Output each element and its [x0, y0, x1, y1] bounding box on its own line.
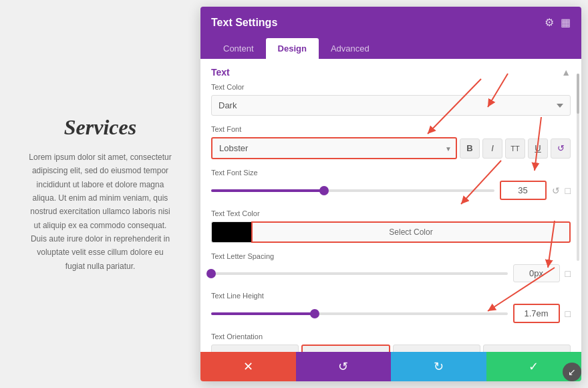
letter-spacing-input[interactable] [513, 264, 560, 282]
text-orientation-label: Text Orientation [211, 332, 571, 341]
settings-gear-icon[interactable]: ⚙ [545, 16, 554, 29]
font-size-track[interactable] [211, 189, 494, 192]
text-text-color-row: Text Text Color Select Color [211, 209, 571, 243]
services-title: Services [64, 115, 136, 140]
orientation-controls: ≡ ≡ ≡ ≡ [211, 345, 571, 352]
color-swatch[interactable] [211, 221, 251, 243]
line-height-fill [211, 312, 315, 315]
settings-title: Text Settings [211, 17, 277, 29]
orient-right-button[interactable]: ≡ [393, 345, 480, 352]
cancel-icon: ✕ [243, 359, 253, 374]
settings-panel: Text Settings ⚙ ▦ Content Design Advance… [200, 7, 581, 381]
redo-icon: ↻ [434, 359, 444, 374]
letter-spacing-thumb[interactable] [206, 269, 216, 278]
help-icon[interactable]: ↙ [563, 363, 581, 381]
reset-icon: ↺ [338, 359, 348, 374]
line-height-thumb[interactable] [310, 309, 319, 318]
text-text-color-label: Text Text Color [211, 209, 571, 217]
text-section-title: Text [211, 67, 230, 78]
font-tt-button[interactable]: TT [505, 138, 525, 159]
text-color-row: Text Color Dark Light [211, 83, 571, 116]
text-font-row: Text Font Lobster Arial Georgia ▼ B I TT… [211, 125, 571, 159]
text-font-size-label: Text Font Size [211, 169, 571, 177]
help-icon-symbol: ↙ [568, 367, 576, 377]
text-orientation-row: Text Orientation ≡ ≡ ≡ ≡ [211, 332, 571, 352]
font-size-device-icon[interactable]: □ [565, 185, 571, 196]
text-section-header: Text ▲ [211, 59, 571, 83]
text-letter-spacing-label: Text Letter Spacing [211, 252, 571, 260]
scroll-thumb [577, 74, 579, 114]
left-panel: Services Lorem ipsum dolor sit amet, con… [0, 0, 200, 388]
redo-button[interactable]: ↻ [391, 352, 486, 381]
cancel-button[interactable]: ✕ [200, 352, 296, 381]
save-icon: ✓ [529, 359, 539, 374]
settings-tabs: Content Design Advanced [200, 38, 581, 59]
text-line-height-label: Text Line Height [211, 292, 571, 300]
font-size-reset-icon[interactable]: ↺ [552, 185, 560, 196]
font-controls: Lobster Arial Georgia ▼ B I TT U ↺ [211, 137, 571, 159]
font-select[interactable]: Lobster Arial Georgia [211, 137, 457, 159]
font-reset-button[interactable]: ↺ [551, 138, 571, 159]
text-line-height-row: Text Line Height □ [211, 292, 571, 323]
font-underline-button[interactable]: U [528, 138, 548, 159]
settings-footer: ✕ ↺ ↻ ✓ [200, 352, 581, 381]
line-height-track[interactable] [211, 312, 508, 315]
text-letter-spacing-row: Text Letter Spacing □ [211, 252, 571, 282]
tab-content[interactable]: Content [211, 38, 266, 59]
header-icons: ⚙ ▦ [545, 16, 571, 29]
line-height-input[interactable] [513, 304, 560, 323]
settings-content: Text ▲ Text Color Dark Light Text Font L… [200, 59, 581, 352]
orient-center-button[interactable]: ≡ [301, 345, 390, 352]
scroll-indicator [577, 74, 579, 261]
settings-header: Text Settings ⚙ ▦ [200, 7, 581, 38]
letter-spacing-track[interactable] [211, 272, 508, 275]
font-size-fill [211, 189, 324, 192]
text-color-label: Text Color [211, 83, 571, 91]
font-bold-button[interactable]: B [460, 138, 480, 159]
letter-spacing-slider-row: □ [211, 264, 571, 282]
font-size-slider-row: ↺ □ [211, 181, 571, 200]
letter-spacing-device-icon[interactable]: □ [565, 268, 571, 279]
section-collapse-icon[interactable]: ▲ [561, 67, 571, 78]
text-color-select[interactable]: Dark Light [211, 95, 571, 116]
font-size-input[interactable] [500, 181, 547, 200]
color-select-button[interactable]: Select Color [251, 221, 571, 243]
orient-left-button[interactable]: ≡ [211, 345, 299, 352]
font-italic-button[interactable]: I [482, 138, 502, 159]
tab-design[interactable]: Design [266, 38, 319, 59]
color-picker-row: Select Color [211, 221, 571, 243]
font-select-wrap: Lobster Arial Georgia ▼ [211, 137, 457, 159]
reset-button[interactable]: ↺ [296, 352, 392, 381]
text-font-size-row: Text Font Size ↺ □ [211, 169, 571, 200]
orient-justify-button[interactable]: ≡ [483, 345, 571, 352]
line-height-device-icon[interactable]: □ [565, 308, 571, 319]
tab-advanced[interactable]: Advanced [319, 38, 382, 59]
text-font-label: Text Font [211, 125, 571, 133]
line-height-slider-row: □ [211, 304, 571, 323]
font-size-thumb[interactable] [319, 186, 329, 195]
settings-layout-icon[interactable]: ▦ [561, 16, 571, 29]
services-body: Lorem ipsum dolor sit amet, consectetur … [27, 151, 174, 274]
